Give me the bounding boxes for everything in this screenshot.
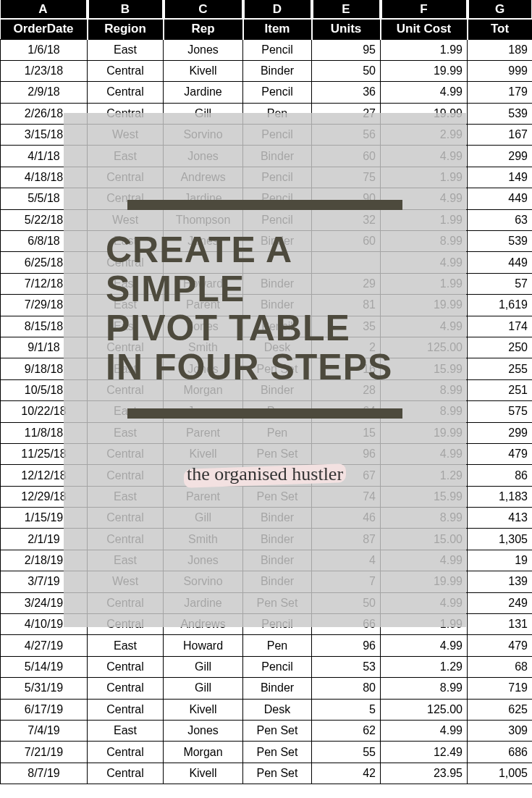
- cell[interactable]: Binder: [243, 60, 312, 81]
- cell[interactable]: 80: [312, 678, 381, 699]
- cell[interactable]: Pencil: [243, 656, 312, 677]
- cell[interactable]: 6/17/19: [1, 699, 88, 720]
- cell[interactable]: Pencil: [243, 82, 312, 103]
- cell[interactable]: 1/23/18: [1, 60, 88, 81]
- cell[interactable]: 23.95: [381, 763, 468, 784]
- cell[interactable]: 999: [468, 60, 533, 81]
- cell[interactable]: 449: [468, 252, 533, 273]
- header-cell[interactable]: OrderDate: [1, 19, 88, 39]
- cell[interactable]: Gill: [164, 678, 243, 699]
- cell[interactable]: 12.49: [381, 742, 468, 763]
- header-cell[interactable]: Rep: [164, 19, 243, 39]
- cell[interactable]: Gill: [164, 656, 243, 677]
- cell[interactable]: 479: [468, 443, 533, 464]
- cell[interactable]: 686: [468, 742, 533, 763]
- cell[interactable]: 8.99: [381, 678, 468, 699]
- cell[interactable]: Jones: [164, 721, 243, 742]
- cell[interactable]: Pen: [243, 635, 312, 656]
- cell[interactable]: 1,183: [468, 486, 533, 507]
- cell[interactable]: 19: [468, 550, 533, 571]
- cell[interactable]: Morgan: [164, 742, 243, 763]
- cell[interactable]: 719: [468, 678, 533, 699]
- cell[interactable]: 5: [312, 699, 381, 720]
- cell[interactable]: Jardine: [164, 82, 243, 103]
- cell[interactable]: Central: [88, 763, 164, 784]
- cell[interactable]: 36: [312, 82, 381, 103]
- col-letter[interactable]: F: [381, 0, 468, 19]
- col-letter[interactable]: G: [468, 0, 533, 19]
- cell[interactable]: 174: [468, 316, 533, 337]
- cell[interactable]: 625: [468, 699, 533, 720]
- cell[interactable]: 95: [312, 39, 381, 60]
- cell[interactable]: 249: [468, 592, 533, 613]
- cell[interactable]: 4.99: [381, 635, 468, 656]
- header-cell[interactable]: Item: [243, 19, 312, 39]
- col-letter[interactable]: B: [88, 0, 164, 19]
- cell[interactable]: 1,305: [468, 529, 533, 550]
- cell[interactable]: Central: [88, 742, 164, 763]
- cell[interactable]: Central: [88, 656, 164, 677]
- header-cell[interactable]: Units: [312, 19, 381, 39]
- cell[interactable]: 179: [468, 82, 533, 103]
- cell[interactable]: Desk: [243, 699, 312, 720]
- cell[interactable]: 251: [468, 379, 533, 400]
- cell[interactable]: 449: [468, 188, 533, 209]
- cell[interactable]: Kivell: [164, 763, 243, 784]
- header-cell[interactable]: Tot: [468, 19, 533, 39]
- col-letter[interactable]: E: [312, 0, 381, 19]
- col-letter[interactable]: C: [164, 0, 243, 19]
- cell[interactable]: 19.99: [381, 60, 468, 81]
- cell[interactable]: 86: [468, 465, 533, 486]
- cell[interactable]: East: [88, 635, 164, 656]
- cell[interactable]: Pencil: [243, 39, 312, 60]
- cell[interactable]: 62: [312, 721, 381, 742]
- cell[interactable]: East: [88, 721, 164, 742]
- cell[interactable]: Kivell: [164, 699, 243, 720]
- cell[interactable]: 68: [468, 656, 533, 677]
- cell[interactable]: 1/6/18: [1, 39, 88, 60]
- cell[interactable]: 53: [312, 656, 381, 677]
- cell[interactable]: 1.99: [381, 39, 468, 60]
- cell[interactable]: Binder: [243, 678, 312, 699]
- cell[interactable]: 309: [468, 721, 533, 742]
- cell[interactable]: Jones: [164, 39, 243, 60]
- cell[interactable]: 5/31/19: [1, 678, 88, 699]
- cell[interactable]: 167: [468, 125, 533, 146]
- cell[interactable]: Central: [88, 82, 164, 103]
- cell[interactable]: 299: [468, 422, 533, 443]
- col-letter[interactable]: D: [243, 0, 312, 19]
- cell[interactable]: 4/27/19: [1, 635, 88, 656]
- cell[interactable]: Pen Set: [243, 721, 312, 742]
- cell[interactable]: 139: [468, 571, 533, 592]
- cell[interactable]: 250: [468, 337, 533, 358]
- cell[interactable]: 539: [468, 231, 533, 252]
- col-letter[interactable]: A: [1, 0, 88, 19]
- header-cell[interactable]: Region: [88, 19, 164, 39]
- cell[interactable]: 299: [468, 146, 533, 167]
- cell[interactable]: 96: [312, 635, 381, 656]
- cell[interactable]: 7/21/19: [1, 742, 88, 763]
- cell[interactable]: 63: [468, 209, 533, 230]
- cell[interactable]: 42: [312, 763, 381, 784]
- cell[interactable]: 1,619: [468, 295, 533, 316]
- cell[interactable]: 4.99: [381, 721, 468, 742]
- cell[interactable]: 8/7/19: [1, 763, 88, 784]
- cell[interactable]: 539: [468, 103, 533, 124]
- cell[interactable]: 2/9/18: [1, 82, 88, 103]
- cell[interactable]: 55: [312, 742, 381, 763]
- cell[interactable]: Pen Set: [243, 763, 312, 784]
- cell[interactable]: 7/4/19: [1, 721, 88, 742]
- header-cell[interactable]: Unit Cost: [381, 19, 468, 39]
- cell[interactable]: 575: [468, 401, 533, 422]
- cell[interactable]: 4.99: [381, 82, 468, 103]
- cell[interactable]: 255: [468, 358, 533, 379]
- cell[interactable]: Central: [88, 60, 164, 81]
- cell[interactable]: 1,005: [468, 763, 533, 784]
- cell[interactable]: Pen Set: [243, 742, 312, 763]
- cell[interactable]: 1.29: [381, 656, 468, 677]
- cell[interactable]: 413: [468, 508, 533, 529]
- cell[interactable]: Central: [88, 699, 164, 720]
- cell[interactable]: 131: [468, 614, 533, 635]
- cell[interactable]: Kivell: [164, 60, 243, 81]
- cell[interactable]: 125.00: [381, 699, 468, 720]
